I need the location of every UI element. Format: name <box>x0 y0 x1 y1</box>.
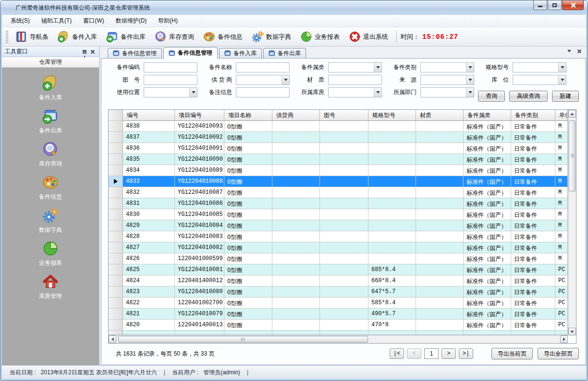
grid-cell[interactable] <box>368 209 416 220</box>
new-button[interactable]: 新建 <box>552 91 579 102</box>
row-selector-cell[interactable] <box>109 286 123 298</box>
grid-cell[interactable]: PC <box>555 309 568 320</box>
grid-cell[interactable] <box>320 309 368 320</box>
grid-cell[interactable] <box>416 220 464 231</box>
horizontal-scrollbar[interactable] <box>109 335 568 343</box>
menu-item-3[interactable]: 窗口(W) <box>77 15 110 27</box>
grid-cell[interactable] <box>368 198 416 209</box>
grid-cell[interactable] <box>416 309 464 320</box>
grid-cell[interactable]: 标准件（国产） <box>464 298 511 309</box>
grid-cell[interactable]: O型圈 <box>224 132 272 143</box>
row-selector-cell[interactable] <box>109 143 123 154</box>
grid-cell[interactable]: 标准件（国产） <box>464 309 511 320</box>
field-select[interactable] <box>328 87 382 97</box>
grid-cell[interactable] <box>368 242 416 253</box>
grid-cell[interactable]: 585*8.4 <box>368 298 416 309</box>
tab-2[interactable]: 备件信息管理 <box>163 47 218 59</box>
grid-cell[interactable] <box>320 132 368 143</box>
grid-cell[interactable] <box>272 309 320 320</box>
grid-cell[interactable] <box>272 132 320 143</box>
grid-cell[interactable]: YG12204010081 <box>175 264 224 275</box>
table-row[interactable]: 4821YG12204010079O型圈490*5.7标准件（国产）日常备件PC <box>109 309 568 320</box>
grid-column-header[interactable]: 单位 <box>555 110 568 121</box>
toolbar-button-7[interactable]: 业务报表 <box>295 28 344 46</box>
dropdown-button[interactable] <box>466 75 474 84</box>
grid-cell[interactable]: 标准件（国产） <box>464 275 511 286</box>
sidebar-item-5[interactable]: 数据字典 <box>14 205 86 236</box>
grid-cell[interactable] <box>416 198 464 209</box>
grid-cell[interactable]: PC <box>555 286 568 298</box>
grid-cell[interactable]: 4832 <box>123 187 175 198</box>
row-selector-cell[interactable] <box>109 320 123 331</box>
grid-column-header[interactable]: 项目编号 <box>175 110 224 121</box>
row-selector-cell[interactable] <box>109 198 123 209</box>
page-number-input[interactable]: 1 <box>424 348 439 359</box>
grid-cell[interactable] <box>416 187 464 198</box>
dropdown-button[interactable] <box>374 63 381 72</box>
tab-3[interactable]: 备件入库 <box>219 48 262 58</box>
grid-column-header[interactable] <box>109 110 123 121</box>
horizontal-scroll-thumb[interactable] <box>118 336 368 343</box>
grid-cell[interactable] <box>320 242 368 253</box>
tab-1[interactable]: 备件信息管理 <box>108 48 162 58</box>
grid-cell[interactable] <box>416 176 464 187</box>
grid-cell[interactable]: 标准件（国产） <box>464 187 511 198</box>
grid-column-header[interactable]: 项目名称 <box>224 110 272 121</box>
grid-cell[interactable]: 日常备件 <box>511 132 555 143</box>
toolbar-button-8[interactable]: 退出系统 <box>344 28 392 46</box>
grid-cell[interactable]: 1220401000599 <box>175 253 224 264</box>
grid-cell[interactable]: M <box>555 176 568 187</box>
grid-cell[interactable]: 标准件（国产） <box>464 154 511 165</box>
grid-column-header[interactable]: 备件属类 <box>464 110 511 121</box>
grid-cell[interactable] <box>416 209 464 220</box>
table-row[interactable]: 4828YG12204010083O型圈标准件（国产）日常备件M <box>109 231 568 242</box>
grid-cell[interactable]: 标准件（国产） <box>464 165 511 176</box>
grid-cell[interactable]: 标准件（国产） <box>464 264 511 275</box>
grid-cell[interactable] <box>320 231 368 242</box>
sidebar-item-1[interactable]: 备件入库 <box>14 72 86 103</box>
grid-cell[interactable]: 标准件（国产） <box>464 286 511 298</box>
grid-cell[interactable] <box>272 253 320 264</box>
grid-cell[interactable]: O型圈 <box>224 187 272 198</box>
first-page-button[interactable]: |< <box>390 348 404 359</box>
grid-cell[interactable]: 4835 <box>123 154 175 165</box>
dropdown-button[interactable] <box>466 63 474 72</box>
grid-cell[interactable] <box>416 231 464 242</box>
grid-cell[interactable] <box>320 165 368 176</box>
dropdown-button[interactable] <box>282 75 289 84</box>
menu-item-2[interactable]: 辅助工具(T) <box>36 15 77 27</box>
grid-cell[interactable]: 490*5.7 <box>368 309 416 320</box>
field-select[interactable] <box>144 87 197 97</box>
grid-column-header[interactable]: 供货商 <box>272 110 320 121</box>
grid-cell[interactable] <box>320 154 368 165</box>
grid-cell[interactable]: 4823 <box>123 286 175 298</box>
grid-cell[interactable]: 4829 <box>123 220 175 231</box>
grid-cell[interactable]: O型圈 <box>224 198 272 209</box>
grid-cell[interactable] <box>416 298 464 309</box>
sidebar-item-4[interactable]: 备件信息 <box>14 172 86 202</box>
grid-cell[interactable] <box>272 154 320 165</box>
grid-cell[interactable] <box>416 275 464 286</box>
field-input[interactable] <box>144 75 197 85</box>
grid-cell[interactable]: YG12204010090 <box>175 154 224 165</box>
grid-column-header[interactable]: 规格型号 <box>368 110 416 121</box>
tab-4[interactable]: 备件出库 <box>263 48 306 58</box>
grid-cell[interactable]: O型圈 <box>224 286 272 298</box>
field-select[interactable] <box>513 62 566 72</box>
grid-column-header[interactable]: 图号 <box>320 110 368 121</box>
toolbar-button-3[interactable]: 备件出库 <box>101 28 150 46</box>
grid-cell[interactable]: YG12204010084 <box>175 220 224 231</box>
grid-cell[interactable]: 日常备件 <box>511 209 555 220</box>
table-row[interactable]: 4837YG12204010092O型圈标准件（国产）日常备件M <box>109 132 568 143</box>
grid-cell[interactable]: M <box>555 165 568 176</box>
grid-cell[interactable]: 647*5.7 <box>368 286 416 298</box>
table-row[interactable]: 48221220401002700O型圈585*8.4标准件（国产）日常备件PC <box>109 298 568 309</box>
minimize-button[interactable] <box>533 0 547 10</box>
dropdown-button[interactable] <box>374 88 381 97</box>
grid-cell[interactable] <box>320 320 368 331</box>
sidebar-section-header[interactable]: 仓库管理 <box>2 57 99 68</box>
grid-cell[interactable] <box>272 286 320 298</box>
toolbar-button-1[interactable]: 导航条 <box>11 28 53 46</box>
table-row[interactable]: 4836YG12204010091O型圈标准件（国产）日常备件M <box>109 143 568 154</box>
grid-cell[interactable]: 日常备件 <box>511 198 555 209</box>
